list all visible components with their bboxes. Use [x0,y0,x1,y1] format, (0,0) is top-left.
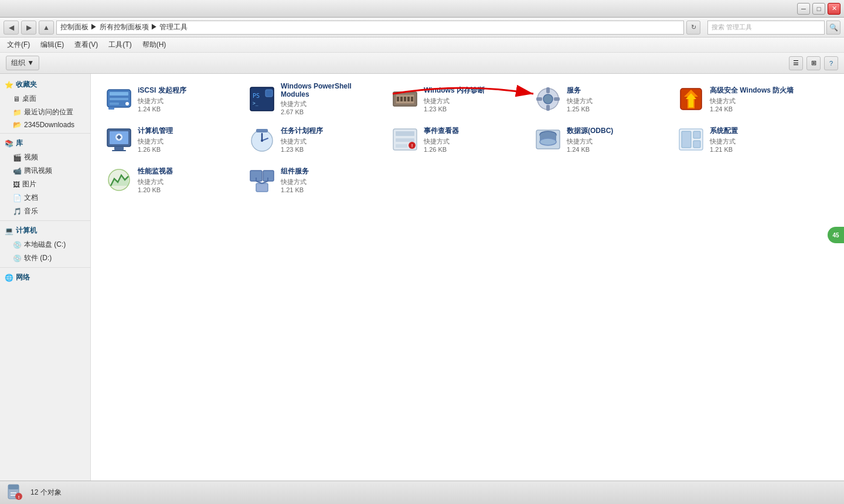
svg-rect-21 [536,97,542,101]
sidebar-item-local-c[interactable]: 💿 本地磁盘 (C:) [0,238,90,251]
svg-rect-15 [407,97,410,101]
svg-rect-53 [256,183,268,192]
file-name: 服务 [567,86,664,96]
sidebar-computer-header[interactable]: 💻 计算机 [0,223,90,238]
file-item[interactable]: PS>_ Windows PowerShell Modules 快捷方式 2.6… [243,80,383,118]
file-item[interactable]: 高级安全 Windows 防火墙 快捷方式 1.24 KB [672,80,812,118]
menu-edit[interactable]: 编辑(E) [36,39,69,51]
file-info: 组件服务 快捷方式 1.21 KB [281,166,378,193]
menu-bar: 文件(F) 编辑(E) 查看(V) 工具(T) 帮助(H) [0,38,844,53]
address-path[interactable]: 控制面板 ▶ 所有控制面板项 ▶ 管理工具 [56,21,684,35]
file-info: 服务 快捷方式 1.25 KB [567,86,664,113]
file-item[interactable]: 任务计划程序 快捷方式 1.23 KB [243,120,383,158]
svg-text:PS: PS [253,93,260,99]
view-toggle-button[interactable]: ☰ [789,56,803,70]
status-file-icon: ! [6,483,25,502]
maximize-button[interactable]: □ [812,3,825,15]
search-input[interactable]: 搜索 管理工具 [707,21,825,35]
sidebar-library-header[interactable]: 📚 库 [0,136,90,151]
sidebar-item-video[interactable]: 🎬 视频 [0,151,90,164]
minimize-button[interactable]: ─ [797,3,810,15]
menu-tools[interactable]: 工具(T) [104,39,136,51]
file-icon-eventvwr: ! [391,125,419,154]
svg-rect-22 [554,97,560,101]
sidebar-item-pictures[interactable]: 🖼 图片 [0,178,90,191]
favorites-label: 收藏夹 [16,80,37,90]
file-icon-powershell: PS>_ [248,85,276,113]
file-type: 快捷方式 [567,137,664,146]
file-type: 快捷方式 [281,100,378,108]
file-item[interactable]: Windows 内存诊断 快捷方式 1.23 KB [386,80,526,118]
svg-rect-37 [396,131,414,136]
organize-button[interactable]: 组织 ▼ [6,56,39,70]
svg-rect-1 [110,92,128,96]
file-icon-services [534,85,562,113]
sidebar-item-recent[interactable]: 📁 最近访问的位置 [0,105,90,119]
search-button[interactable]: 🔍 [826,21,840,35]
file-info: 高级安全 Windows 防火墙 快捷方式 1.24 KB [710,86,807,113]
star-icon: ⭐ [5,81,13,89]
close-button[interactable]: ✕ [828,3,840,15]
file-item[interactable]: 系统配置 快捷方式 1.21 KB [672,120,812,158]
file-item[interactable]: 计算机管理 快捷方式 1.26 KB [100,120,240,158]
svg-rect-28 [114,147,124,150]
file-type: 快捷方式 [138,97,235,105]
file-type: 快捷方式 [424,97,521,105]
sidebar-network-header[interactable]: 🌐 网络 [0,270,90,285]
svg-rect-29 [112,150,126,151]
refresh-button[interactable]: ↻ [686,21,700,35]
sidebar-item-tencent-video[interactable]: 📹 腾讯视频 [0,164,90,178]
file-name: 高级安全 Windows 防火墙 [710,86,807,96]
svg-rect-32 [256,129,268,132]
view-list-button[interactable]: ⊞ [806,56,821,70]
up-button[interactable]: ▲ [39,21,54,35]
back-button[interactable]: ◀ [4,21,19,35]
library-icon: 📚 [5,139,13,148]
file-item[interactable]: 组件服务 快捷方式 1.21 KB [243,161,383,199]
svg-rect-47 [682,131,691,148]
sidebar-item-disk-d[interactable]: 💿 软件 (D:) [0,251,90,265]
sidebar-item-music[interactable]: 🎵 音乐 [0,205,90,218]
file-item[interactable]: 数据源(ODBC) 快捷方式 1.24 KB [529,120,669,158]
file-item[interactable]: 服务 快捷方式 1.25 KB [529,80,669,118]
file-item[interactable]: 性能监视器 快捷方式 1.20 KB [100,161,240,199]
file-size: 1.21 KB [710,146,807,153]
file-item[interactable]: ! 事件查看器 快捷方式 1.26 KB [386,120,526,158]
file-name: 任务计划程序 [281,126,378,136]
menu-file[interactable]: 文件(F) [2,39,35,51]
sidebar-item-downloads[interactable]: 📂 2345Downloads [0,119,90,131]
file-size: 1.23 KB [424,105,521,113]
title-bar: ─ □ ✕ [0,0,844,18]
svg-rect-20 [546,105,550,111]
files-grid: iSCSI 发起程序 快捷方式 1.24 KB PS>_ Windows Pow… [100,80,835,199]
forward-button[interactable]: ▶ [21,21,36,35]
network-icon: 🌐 [5,274,13,282]
svg-point-45 [540,138,556,145]
file-icon-dcomcnfg [248,166,276,194]
sidebar-item-docs[interactable]: 📄 文档 [0,191,90,205]
status-bar: ! 12 个对象 [0,481,844,504]
main-area: ⭐ 收藏夹 🖥 桌面 📁 最近访问的位置 📂 2345Downloads 📚 库… [0,74,844,481]
file-icon-compmgmt [105,125,133,154]
help-button[interactable]: ? [824,56,838,70]
svg-rect-19 [546,87,550,93]
file-name: 性能监视器 [138,166,235,176]
address-bar: ◀ ▶ ▲ 控制面板 ▶ 所有控制面板项 ▶ 管理工具 ↻ 搜索 管理工具 🔍 [0,18,844,38]
content-area: iSCSI 发起程序 快捷方式 1.24 KB PS>_ Windows Pow… [91,74,844,481]
svg-rect-49 [693,141,700,148]
svg-point-18 [543,94,553,104]
file-info: 任务计划程序 快捷方式 1.23 KB [281,126,378,153]
green-badge[interactable]: 45 [828,227,844,243]
svg-rect-13 [400,97,403,101]
svg-rect-14 [404,97,406,101]
menu-help[interactable]: 帮助(H) [138,39,171,51]
network-label: 网络 [16,273,30,282]
disk-d-icon: 💿 [13,254,22,263]
sidebar-favorites-header[interactable]: ⭐ 收藏夹 [0,77,90,92]
file-info: 性能监视器 快捷方式 1.20 KB [138,166,235,193]
file-type: 快捷方式 [138,137,235,146]
file-item[interactable]: iSCSI 发起程序 快捷方式 1.24 KB [100,80,240,118]
sidebar-item-desktop[interactable]: 🖥 桌面 [0,92,90,105]
library-label: 库 [16,138,23,148]
menu-view[interactable]: 查看(V) [70,39,103,51]
